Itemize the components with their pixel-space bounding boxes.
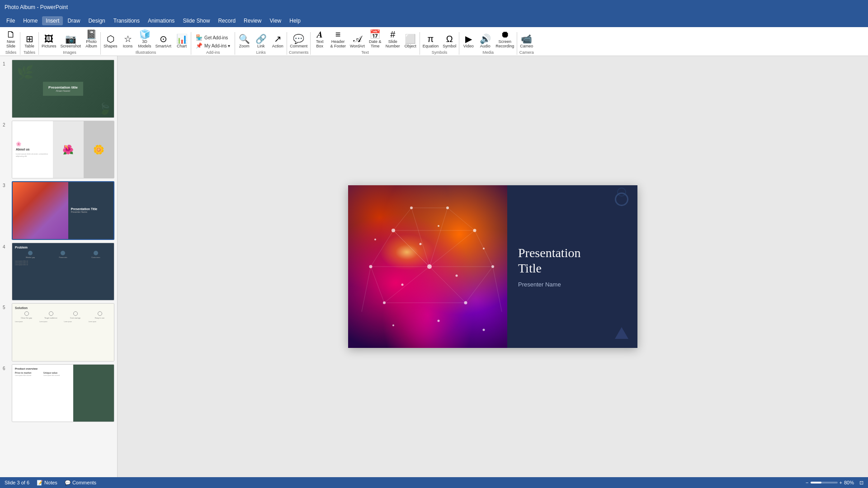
slide-main-title: PresentationTitle xyxy=(518,245,627,276)
notes-button[interactable]: 📝 Notes xyxy=(37,480,57,486)
date-time-button[interactable]: 📅 Date &Time xyxy=(367,29,383,49)
menu-record[interactable]: Record xyxy=(214,16,239,25)
icons-button[interactable]: ☆ Icons xyxy=(120,33,136,49)
links-group-label: Links xyxy=(256,50,266,55)
slide-thumb-4[interactable]: 4 Problem Market gap Financials xyxy=(3,243,114,301)
slide-preview-3[interactable]: Presentation Title Presenter Name xyxy=(12,181,114,239)
cameo-button[interactable]: 📹 Cameo xyxy=(518,33,535,49)
action-icon: ↗ xyxy=(274,34,282,43)
3d-models-button[interactable]: 🧊 3DModels xyxy=(137,29,153,49)
table-button[interactable]: ⊞ Table xyxy=(21,33,38,49)
object-button[interactable]: ⬜ Object xyxy=(402,33,419,49)
header-footer-button[interactable]: ≡ Header& Footer xyxy=(328,29,348,49)
svg-line-10 xyxy=(393,208,411,230)
cameo-icon: 📹 xyxy=(521,34,532,43)
slide-preview-4[interactable]: Problem Market gap Financials xyxy=(12,243,114,301)
menu-insert[interactable]: Insert xyxy=(42,16,63,25)
zoom-button[interactable]: 🔍 Zoom xyxy=(236,33,252,49)
svg-point-35 xyxy=(374,239,376,240)
textbox-button[interactable]: 𝑨 TextBox xyxy=(311,29,328,49)
slide-info: Slide 3 of 6 xyxy=(5,480,29,485)
zoom-control[interactable]: − + 80% xyxy=(806,480,854,485)
slide-num-5: 5 xyxy=(3,305,9,310)
svg-line-4 xyxy=(429,267,466,303)
menu-transitions[interactable]: Transitions xyxy=(110,16,143,25)
images-group-label: Images xyxy=(63,50,76,55)
menu-design[interactable]: Design xyxy=(85,16,108,25)
slide-preview-6[interactable]: Product overview Price to market Lorem i… xyxy=(12,364,114,422)
slide-visual-left xyxy=(348,185,507,348)
comment-icon: 💬 xyxy=(293,34,304,43)
svg-point-36 xyxy=(483,329,485,331)
tables-group-label: Tables xyxy=(24,50,35,55)
menu-file[interactable]: File xyxy=(3,16,19,25)
get-addins-button[interactable]: 🏪 Get Add-ins xyxy=(194,34,232,41)
svg-line-17 xyxy=(362,267,371,312)
slide-thumb-3[interactable]: 3 Presentation Title Presenter Name xyxy=(3,181,114,239)
audio-button[interactable]: 🔊 Audio xyxy=(477,33,493,49)
comment-button[interactable]: 💬 Comment xyxy=(288,33,309,49)
ribbon-group-tables: ⊞ Table Tables xyxy=(21,33,38,55)
menu-draw[interactable]: Draw xyxy=(64,16,84,25)
menu-view[interactable]: View xyxy=(266,16,285,25)
comments-button[interactable]: 💬 Comments xyxy=(65,480,96,486)
svg-point-29 xyxy=(446,206,449,209)
slide-preview-2[interactable]: 🌸 About us Lorem ipsum dolor sit amet, c… xyxy=(12,121,114,179)
screenshot-button[interactable]: 📷 Screenshot xyxy=(59,33,83,49)
svg-point-34 xyxy=(483,248,485,249)
screen-recording-button[interactable]: ⏺ ScreenRecording xyxy=(494,29,516,49)
slide-num-1: 1 xyxy=(3,61,9,66)
my-addins-button[interactable]: 📌 My Add-ins ▾ xyxy=(194,42,232,49)
shapes-button[interactable]: ⬡ Shapes xyxy=(102,33,119,49)
main-slide[interactable]: PresentationTitle Presenter Name xyxy=(348,185,637,348)
svg-point-30 xyxy=(420,243,422,245)
svg-line-2 xyxy=(429,230,475,267)
title-bar: Photo Album - PowerPoint xyxy=(0,0,868,14)
symbol-button[interactable]: Ω Symbol xyxy=(441,33,458,49)
equation-button[interactable]: π Equation xyxy=(421,33,441,49)
slide-thumb-5[interactable]: 5 Solution Close the gap Target audie xyxy=(3,303,114,361)
slide-thumb-2[interactable]: 2 🌸 About us Lorem ipsum dolor sit amet,… xyxy=(3,121,114,179)
shapes-icon: ⬡ xyxy=(107,34,114,43)
wordart-button[interactable]: 𝒜 WordArt xyxy=(348,33,367,49)
photo-album-button[interactable]: 📓 PhotoAlbum xyxy=(83,29,99,49)
zoom-icon: 🔍 xyxy=(239,34,250,43)
svg-point-27 xyxy=(369,265,373,268)
ribbon-group-symbols: π Equation Ω Symbol Symbols xyxy=(421,33,458,55)
svg-point-25 xyxy=(464,301,467,305)
slide-thumb-6[interactable]: 6 Product overview Price to market Lorem… xyxy=(3,364,114,422)
fit-to-window-button[interactable]: ⊡ xyxy=(859,480,863,486)
video-button[interactable]: ▶ Video xyxy=(460,33,476,49)
slide-preview-5[interactable]: Solution Close the gap Target audience xyxy=(12,303,114,361)
menu-home[interactable]: Home xyxy=(19,16,41,25)
svg-line-14 xyxy=(466,267,493,303)
pictures-icon: 🖼 xyxy=(44,34,53,43)
slide-panel[interactable]: 1 🌿 🍃 Presentation title Ahaan Naseer xyxy=(0,56,118,477)
new-slide-button[interactable]: 🗋 NewSlide xyxy=(3,29,19,49)
action-button[interactable]: ↗ Action xyxy=(269,33,286,49)
svg-line-18 xyxy=(493,267,502,312)
screenshot-icon: 📷 xyxy=(65,34,76,43)
object-icon: ⬜ xyxy=(405,34,416,43)
slides-group-label: Slides xyxy=(5,50,17,55)
menu-help[interactable]: Help xyxy=(286,16,304,25)
zoom-in-button[interactable]: + xyxy=(840,480,842,485)
menu-review[interactable]: Review xyxy=(240,16,265,25)
pictures-button[interactable]: 🖼 Pictures xyxy=(40,33,58,49)
title-bar-text: Photo Album - PowerPoint xyxy=(5,4,68,10)
slide-thumb-1[interactable]: 1 🌿 🍃 Presentation title Ahaan Naseer xyxy=(3,60,114,118)
menu-slideshow[interactable]: Slide Show xyxy=(179,16,213,25)
ribbon-group-addins: 🏪 Get Add-ins 📌 My Add-ins ▾ Add-ins xyxy=(192,34,234,55)
smartart-button[interactable]: ⊙ SmartArt xyxy=(154,33,174,49)
zoom-out-button[interactable]: − xyxy=(806,480,808,485)
link-button[interactable]: 🔗 Link xyxy=(253,33,269,49)
svg-point-37 xyxy=(392,324,394,326)
slide-preview-1[interactable]: 🌿 🍃 Presentation title Ahaan Naseer xyxy=(12,60,114,118)
deco-circle-inner xyxy=(617,188,626,197)
slide-num-3: 3 xyxy=(3,183,9,188)
slide-number-button[interactable]: # SlideNumber xyxy=(384,29,402,49)
menu-animations[interactable]: Animations xyxy=(144,16,178,25)
chart-button[interactable]: 📊 Chart xyxy=(174,33,190,49)
ribbon-group-comments: 💬 Comment Comments xyxy=(288,33,309,55)
main-area: 1 🌿 🍃 Presentation title Ahaan Naseer xyxy=(0,56,868,477)
